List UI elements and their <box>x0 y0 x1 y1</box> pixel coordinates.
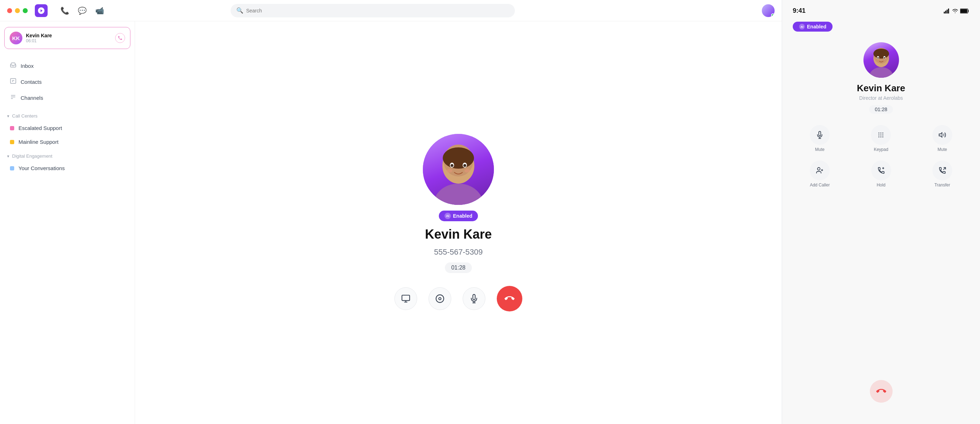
phone-controls-row-1: Mute Keypad Mute <box>789 125 973 152</box>
user-avatar[interactable] <box>762 4 775 17</box>
svg-rect-20 <box>947 10 948 13</box>
phone-add-caller-button[interactable] <box>810 160 830 180</box>
search-icon: 🔍 <box>236 7 243 14</box>
svg-point-13 <box>447 169 452 173</box>
contact-name: Kevin Kare <box>425 227 492 242</box>
inbox-label: Inbox <box>21 63 34 69</box>
phone-icon[interactable]: 📞 <box>60 6 69 15</box>
svg-point-11 <box>450 164 453 167</box>
phone-ai-icon: AI <box>799 24 805 30</box>
phone-hold-button[interactable] <box>871 160 891 180</box>
message-icon[interactable]: 💬 <box>78 6 87 15</box>
phone-transfer-control[interactable]: Transfer <box>932 160 952 187</box>
phone-contact-name: Kevin Kare <box>857 83 905 94</box>
svg-point-35 <box>883 132 884 133</box>
maximize-button[interactable] <box>23 8 28 13</box>
phone-volume-control[interactable]: Mute <box>932 125 952 152</box>
svg-point-32 <box>884 57 885 59</box>
phone-add-caller-control[interactable]: Add Caller <box>810 160 830 187</box>
phone-mute-button[interactable] <box>810 125 830 145</box>
svg-rect-21 <box>948 8 949 13</box>
call-duration: 01:28 <box>445 262 472 273</box>
titlebar-icons: 📞 💬 📹 <box>60 6 104 15</box>
active-call-card[interactable]: KK Kevin Kare 06:01 <box>4 27 130 49</box>
svg-point-37 <box>880 135 881 136</box>
phone-duration: 01:28 <box>869 105 893 114</box>
phone-end-call-button[interactable] <box>870 380 892 403</box>
phone-hold-label: Hold <box>877 183 886 187</box>
svg-point-28 <box>873 49 889 59</box>
search-bar[interactable]: 🔍 <box>231 4 515 17</box>
ai-enabled-badge: AI Enabled <box>439 211 478 221</box>
call-contact-name: Kevin Kare <box>26 33 111 38</box>
svg-line-48 <box>943 168 945 170</box>
sidebar-item-escalated-support[interactable]: Escalated Support <box>3 121 132 135</box>
call-controls <box>395 286 522 311</box>
phone-mute-label: Mute <box>815 147 825 152</box>
wifi-icon <box>952 9 958 13</box>
svg-point-17 <box>439 298 441 300</box>
signal-icon <box>944 8 950 13</box>
call-info: Kevin Kare 06:01 <box>26 33 111 43</box>
phone-keypad-button[interactable] <box>871 125 891 145</box>
online-status-dot <box>771 13 775 17</box>
phone-volume-button[interactable] <box>932 125 952 145</box>
sidebar-item-mainline-support[interactable]: Mainline Support <box>3 135 132 148</box>
svg-point-38 <box>883 135 884 136</box>
phone-contact-avatar <box>864 42 899 78</box>
mute-button[interactable] <box>463 287 485 310</box>
inbox-icon <box>10 62 16 70</box>
phone-controls-row-2: Add Caller Hold Transfer <box>789 160 973 187</box>
call-elapsed-time: 06:01 <box>26 38 111 43</box>
close-button[interactable] <box>7 8 12 13</box>
channels-label: Channels <box>21 95 43 101</box>
ai-badge-label: Enabled <box>453 213 472 219</box>
minimize-button[interactable] <box>15 8 20 13</box>
phone-transfer-button[interactable] <box>932 160 952 180</box>
phone-contact-title: Director at Aerolabs <box>859 95 903 101</box>
phone-time: 9:41 <box>793 7 805 14</box>
video-icon[interactable]: 📹 <box>95 6 104 15</box>
app-logo <box>35 4 48 17</box>
sidebar-item-channels[interactable]: Channels <box>3 90 132 105</box>
call-centers-label: Call Centers <box>12 113 38 119</box>
search-input[interactable] <box>246 8 509 13</box>
svg-point-12 <box>463 164 466 167</box>
sidebar-item-your-conversations[interactable]: Your Conversations <box>3 162 132 175</box>
svg-point-6 <box>433 184 483 205</box>
contact-avatar <box>423 134 494 205</box>
svg-rect-24 <box>961 9 967 13</box>
sidebar-item-contacts[interactable]: Contacts <box>3 74 132 89</box>
phone-status-bar: 9:41 <box>789 7 973 14</box>
svg-rect-19 <box>945 11 946 13</box>
svg-point-39 <box>879 137 880 137</box>
svg-point-33 <box>879 132 880 133</box>
phone-volume-label: Mute <box>937 147 947 152</box>
share-screen-button[interactable] <box>395 287 417 310</box>
svg-point-16 <box>436 295 444 303</box>
digital-engagement-section-header[interactable]: ▾ Digital Engagement <box>0 149 135 161</box>
escalated-support-label: Escalated Support <box>19 125 62 131</box>
sidebar-item-inbox[interactable]: Inbox <box>3 58 132 73</box>
end-call-button[interactable] <box>497 286 522 311</box>
contacts-label: Contacts <box>21 79 41 85</box>
phone-add-caller-label: Add Caller <box>810 183 830 187</box>
svg-point-43 <box>818 168 820 170</box>
call-avatar: KK <box>10 32 22 44</box>
your-conversations-dot <box>10 166 14 170</box>
phone-keypad-control[interactable]: Keypad <box>871 125 891 152</box>
phone-hold-control[interactable]: Hold <box>871 160 891 187</box>
phone-mute-control[interactable]: Mute <box>810 125 830 152</box>
mainline-support-dot <box>10 140 14 144</box>
call-end-button[interactable] <box>115 33 125 43</box>
mainline-support-label: Mainline Support <box>19 139 59 145</box>
phone-ai-badge: AI Enabled <box>793 22 832 32</box>
contact-phone: 555-567-5309 <box>434 248 482 257</box>
svg-rect-15 <box>402 295 410 300</box>
focus-button[interactable] <box>428 287 451 310</box>
svg-point-40 <box>880 137 881 137</box>
call-centers-section-header[interactable]: ▾ Call Centers <box>0 109 135 121</box>
svg-point-14 <box>465 169 470 173</box>
phone-keypad-label: Keypad <box>874 147 888 152</box>
digital-engagement-label: Digital Engagement <box>12 153 52 159</box>
